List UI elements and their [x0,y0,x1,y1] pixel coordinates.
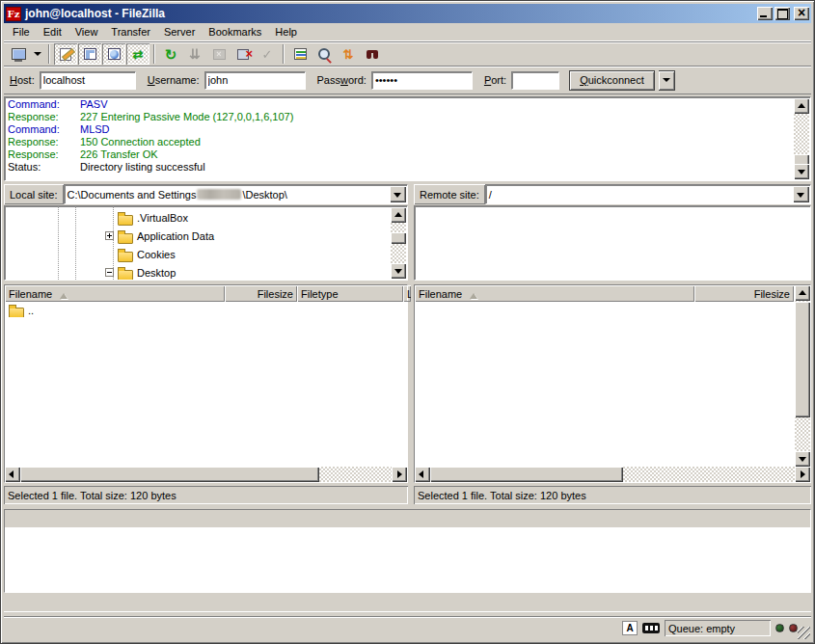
local-site-combo[interactable]: C:\Documents and Settings\Desktop\ [64,184,408,204]
menu-edit[interactable]: Edit [37,24,68,40]
queue-body[interactable] [5,527,810,592]
compare-button[interactable] [312,43,336,65]
password-input[interactable] [371,71,473,90]
Desktop[interactable]: Desktop [5,263,391,281]
menu-bookmarks[interactable]: Bookmarks [202,24,268,40]
remote-directory-tree [414,205,811,281]
activity-led-red-icon [789,624,798,632]
scroll-down-icon[interactable] [391,263,406,279]
menu-transfer[interactable]: Transfer [104,24,157,40]
Application Data[interactable]: Application Data [5,227,391,245]
log-line: Response:227 Entering Passive Mode (127,… [8,111,793,123]
scroll-right-icon[interactable] [392,467,407,482]
menu-help[interactable]: Help [268,24,304,40]
tree-expander-icon[interactable] [105,231,114,240]
folder-icon [118,229,134,243]
transfer-queue [4,509,811,593]
toggle-message-log-button[interactable] [54,43,77,65]
combo-dropdown-icon[interactable] [793,186,809,202]
toolbar-separator [153,44,155,64]
remote-site-label: Remote site: [414,184,485,204]
password-label: Password: [317,74,367,86]
queue-status-text: Queue: empty [665,620,771,636]
scroll-down-icon[interactable] [794,164,809,179]
..[interactable]: .. [5,302,407,318]
activity-led-green-icon [775,624,784,632]
transfer-type-icon[interactable]: A [622,621,638,635]
combo-dropdown-icon[interactable] [390,186,406,202]
local-hscrollbar[interactable] [5,467,407,482]
log-line: Response:226 Transfer OK [8,148,793,161]
disconnect-button[interactable] [231,43,255,65]
minimize-button[interactable] [757,7,773,20]
filezilla-window: Fz john@localhost - FileZilla FileEditVi… [0,0,815,644]
find-button[interactable] [361,43,384,65]
menu-view[interactable]: View [68,24,105,40]
maximize-button[interactable] [774,7,790,20]
host-label: Host: [10,74,35,86]
menu-file[interactable]: File [6,24,37,40]
scroll-up-icon[interactable] [391,207,406,223]
speed-limits-icon[interactable] [642,623,660,633]
toolbar-separator [283,44,285,64]
column-filename[interactable]: Filename [415,285,694,302]
toggle-queue-button[interactable]: ⇄ [126,43,149,65]
scroll-down-icon[interactable] [795,451,810,467]
port-label: Port: [484,74,506,86]
quickconnect-dropdown[interactable] [659,70,675,91]
folder-icon [118,248,134,261]
scroll-up-icon[interactable] [794,98,809,114]
refresh-button[interactable]: ↻ [159,43,182,65]
remote-site-combo[interactable]: / [485,184,811,204]
scroll-left-icon[interactable] [5,467,20,482]
local-list-header: Filename Filesize Filetype L [5,285,407,302]
folder-icon [118,266,134,280]
.VirtualBox[interactable]: .VirtualBox [5,208,391,227]
remote-hscrollbar[interactable] [415,467,810,482]
reconnect-button[interactable]: ✓ [256,43,279,65]
host-input[interactable] [40,71,136,90]
column-filesize[interactable]: Filesize [694,285,794,302]
local-status-text: Selected 1 file. Total size: 120 bytes [4,486,408,504]
port-input[interactable] [511,71,559,90]
filter-button[interactable] [288,43,312,65]
remote-list-header: Filename Filesize [415,285,794,302]
queue-tabs [4,593,811,612]
toggle-local-tree-button[interactable] [78,43,101,65]
title-bar[interactable]: Fz john@localhost - FileZilla [4,4,811,23]
sync-browse-button[interactable]: ⇅ [337,43,360,65]
site-manager-button[interactable] [7,43,30,65]
log-scrollbar[interactable] [794,98,809,179]
queue-header [5,510,810,527]
status-bar: A Queue: empty [4,616,811,640]
toggle-remote-tree-button[interactable] [102,43,125,65]
local-site-label: Local site: [4,184,64,204]
log-line: Response:150 Connection accepted [8,136,793,148]
message-log: Command:PASVResponse:227 Entering Passiv… [4,96,811,181]
menu-server[interactable]: Server [157,24,202,40]
scroll-right-icon[interactable] [795,467,810,482]
log-line: Command:PASV [8,98,793,111]
scroll-left-icon[interactable] [415,467,430,482]
username-input[interactable] [204,71,306,90]
resize-grip[interactable] [798,627,810,639]
scroll-up-icon[interactable] [795,285,810,301]
close-button[interactable] [794,7,809,20]
app-icon: Fz [6,7,21,21]
file-icon [9,304,25,317]
quickconnect-button[interactable]: Quickconnect [569,70,655,91]
window-title: john@localhost - FileZilla [25,7,757,20]
column-filetype[interactable]: Filetype [297,285,403,302]
remote-vscrollbar[interactable] [794,285,810,467]
tree-expander-icon[interactable] [105,268,114,277]
column-lastmodified[interactable]: L [403,285,411,302]
remote-pane: Remote site: / Filename Filesize [414,184,811,504]
column-filesize[interactable]: Filesize [225,285,297,302]
column-filename[interactable]: Filename [5,285,225,302]
process-queue-button[interactable]: ⇊ [183,43,206,65]
Cookies[interactable]: Cookies [5,245,391,263]
cancel-button[interactable]: × [207,43,231,65]
local-pane: Local site: C:\Documents and Settings\De… [4,184,408,504]
site-manager-dropdown[interactable] [31,43,44,65]
local-tree-scrollbar[interactable] [391,207,406,279]
